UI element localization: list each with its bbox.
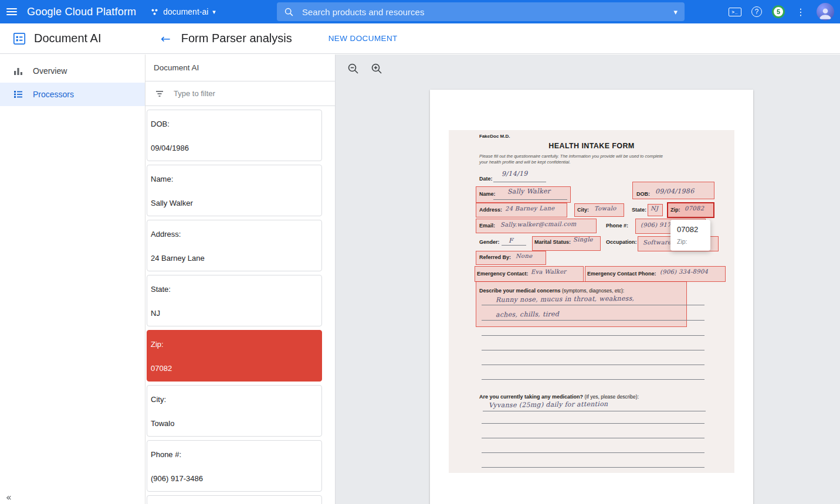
field-card-zip-selected[interactable]: Zip: 07082: [147, 330, 322, 382]
page-title: Form Parser analysis: [181, 32, 292, 45]
dob-value: 09/04/1986: [655, 188, 695, 196]
medication-line: [483, 411, 706, 411]
date-line: [493, 182, 546, 182]
global-search[interactable]: ▾: [277, 2, 685, 21]
field-card-state[interactable]: State: NJ: [147, 275, 322, 326]
medication-label: Are you currently taking any medication?…: [479, 390, 639, 401]
concerns-text-1: Runny nose, mucus in throat, weakness,: [496, 295, 635, 304]
occupation-label: Occupation:: [606, 239, 637, 245]
panel-title: Document AI: [145, 55, 335, 81]
search-icon: [284, 7, 294, 17]
appbar: Document AI ← Form Parser analysis NEW D…: [0, 23, 840, 54]
back-arrow-icon[interactable]: ←: [161, 32, 171, 46]
gender-value: F: [509, 237, 513, 244]
emergency-contact-value: Eva Walker: [531, 268, 567, 275]
product-block: Document AI: [0, 31, 145, 46]
gender-label: Gender:: [479, 239, 500, 245]
medication-label-rest: (If yes, please describe):: [583, 394, 639, 400]
field-label: DOB:: [151, 120, 317, 129]
state-value: NJ: [651, 205, 658, 212]
gcp-logo[interactable]: Google Cloud Platform: [27, 6, 136, 18]
gender-line: [502, 245, 526, 246]
gcp-topbar: Google Cloud Platform document-ai ▾ ▾ >_…: [0, 0, 840, 23]
blank-line: [482, 335, 704, 336]
clinic-name: FakeDoc M.D.: [479, 134, 510, 139]
concerns-line: [482, 320, 704, 321]
date-label: Date:: [479, 176, 493, 182]
field-label: Name:: [151, 175, 317, 184]
field-card-phone[interactable]: Phone #: (906) 917-3486: [147, 440, 322, 492]
emergency-contact-label: Emergency Contact:: [477, 271, 529, 277]
notifications-badge[interactable]: 5: [772, 5, 785, 18]
help-icon[interactable]: ?: [751, 6, 762, 17]
field-card-address[interactable]: Address: 24 Barney Lane: [147, 220, 322, 271]
address-value: 24 Barney Lane: [505, 205, 554, 212]
address-label: Address:: [479, 207, 502, 213]
field-tooltip: 07082 Zip:: [670, 220, 710, 251]
sidebar: Overview Processors: [0, 55, 145, 504]
project-selector[interactable]: document-ai ▾: [150, 7, 216, 16]
sidebar-item-processors[interactable]: Processors: [0, 83, 145, 106]
field-value: 07082: [151, 364, 317, 373]
zoom-out-icon[interactable]: [346, 62, 360, 76]
document-ai-logo-icon: [12, 31, 27, 46]
avatar[interactable]: [817, 3, 834, 21]
emergency-phone-value: (906) 334-8904: [660, 268, 708, 275]
overflow-menu-icon[interactable]: ⋮: [795, 6, 807, 18]
tooltip-value: 07082: [677, 225, 704, 234]
scanned-form: FakeDoc M.D. HEALTH INTAKE FORM Please f…: [449, 130, 734, 473]
name-label: Name:: [479, 191, 496, 197]
filter-row[interactable]: [145, 81, 335, 106]
search-input[interactable]: [301, 6, 673, 18]
new-document-button[interactable]: NEW DOCUMENT: [328, 34, 398, 43]
zip-label: Zip:: [670, 207, 680, 213]
overview-chart-icon: [13, 66, 23, 76]
field-value: (906) 917-3486: [151, 474, 317, 483]
processors-list-icon: [13, 89, 23, 100]
field-card[interactable]: [147, 495, 322, 504]
referred-value: None: [516, 253, 532, 259]
menu-icon[interactable]: [0, 0, 23, 23]
phone-label: Phone #:: [606, 223, 628, 229]
search-chevron-down-icon[interactable]: ▾: [673, 8, 678, 16]
state-label: State:: [632, 207, 646, 213]
emergency-phone-label: Emergency Contact Phone:: [587, 271, 656, 277]
field-card-city[interactable]: City: Towalo: [147, 385, 322, 437]
zoom-in-icon[interactable]: [370, 62, 384, 76]
tooltip-label: Zip:: [677, 238, 704, 245]
blank-line: [482, 467, 704, 468]
field-label: Zip:: [151, 340, 317, 349]
field-value: Sally Walker: [151, 199, 317, 208]
zip-value: 07082: [685, 205, 704, 212]
concerns-line: [482, 305, 704, 305]
collapse-nav-icon[interactable]: «: [6, 492, 12, 503]
sidebar-item-overview[interactable]: Overview: [0, 59, 145, 83]
concerns-text-2: aches, chills, tired: [496, 310, 559, 318]
email-value: Sally.walker@cmail.com: [500, 220, 577, 227]
email-label: Email:: [479, 223, 495, 229]
referred-label: Referred By:: [479, 254, 511, 260]
dob-label: DOB:: [636, 191, 650, 197]
viewer-toolbar: [336, 55, 840, 83]
filter-icon: [155, 89, 164, 98]
name-value: Sally Walker: [507, 188, 550, 196]
field-card-name[interactable]: Name: Sally Walker: [147, 165, 322, 216]
blank-line: [482, 438, 704, 438]
blank-line: [482, 452, 704, 453]
marital-value: Single: [573, 236, 593, 243]
medication-value: Vyvanse (25mg) daily for attention: [489, 400, 608, 409]
cloud-shell-icon[interactable]: >_: [729, 8, 741, 16]
blank-line: [482, 379, 704, 380]
field-card-dob[interactable]: DOB: 09/04/1986: [147, 110, 322, 161]
filter-input[interactable]: [172, 88, 335, 98]
date-value: 9/14/19: [502, 170, 528, 178]
project-icon: [150, 8, 159, 16]
city-label: City:: [577, 207, 589, 213]
field-value: 24 Barney Lane: [151, 254, 317, 263]
field-label: City:: [151, 395, 317, 404]
field-value: 09/04/1986: [151, 144, 317, 153]
chevron-down-icon: ▾: [212, 9, 216, 15]
field-value: Towalo: [151, 419, 317, 428]
field-list: DOB: 09/04/1986 Name: Sally Walker Addre…: [145, 106, 335, 504]
blank-line: [482, 350, 704, 350]
